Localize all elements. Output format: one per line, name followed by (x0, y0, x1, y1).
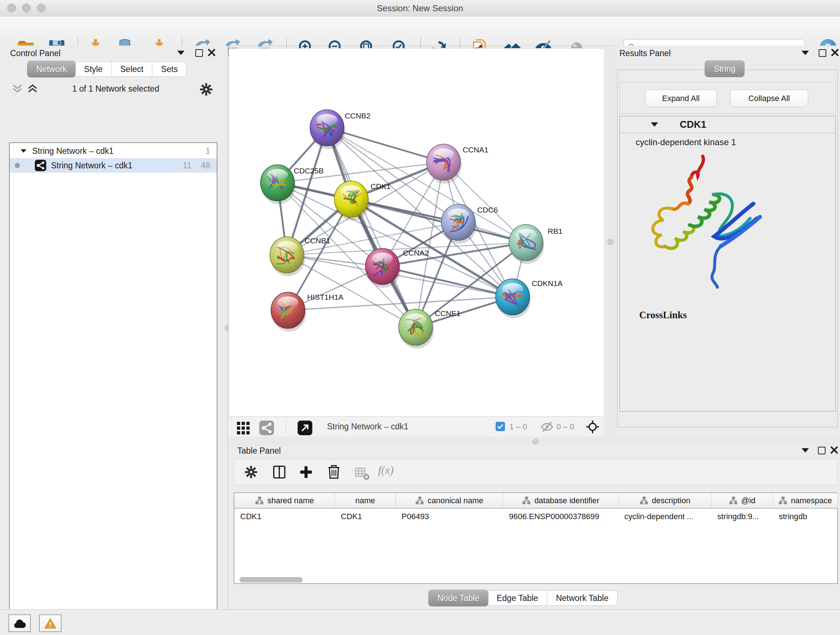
results-panel-close-icon[interactable] (831, 49, 839, 57)
network-node-CCNA2[interactable]: CCNA2 (365, 249, 429, 288)
selected-checkbox[interactable] (496, 422, 505, 431)
network-node-CDKN1A[interactable]: CDKN1A (496, 279, 562, 318)
column-header-name[interactable]: name (335, 493, 396, 509)
collapse-all-chevron-icon[interactable] (11, 84, 23, 93)
table-cell[interactable]: P06493 (396, 509, 503, 524)
expand-all-button[interactable]: Expand All (645, 90, 717, 107)
hidden-eye-icon[interactable] (540, 421, 554, 433)
network-node-CDC6[interactable]: CDC6 (441, 204, 498, 244)
table-cell[interactable]: cyclin-dependent ... (619, 509, 712, 524)
table-splitter-handle[interactable] (532, 439, 538, 445)
delete-column-icon[interactable] (325, 463, 342, 480)
control-panel-float-icon[interactable] (195, 49, 203, 57)
results-panel-title: Results Panel (619, 49, 671, 58)
network-node-RB1[interactable]: RB1 (509, 225, 562, 264)
column-type-icon (255, 496, 264, 505)
column-header-label: shared name (267, 496, 314, 505)
horizontal-scrollbar-thumb[interactable] (240, 577, 303, 583)
column-type-icon (522, 496, 531, 505)
control-panel-collapse-icon[interactable] (177, 51, 185, 55)
tab-string[interactable]: String (705, 60, 745, 77)
network-graph[interactable]: CCNB2CCNA1CDC25BCDK1CDC6RB1CCNB1CCNA2CDK… (229, 49, 604, 417)
column-header-database-identifier[interactable]: database identifier (503, 493, 619, 509)
tab-sets[interactable]: Sets (152, 62, 187, 77)
window-title: Session: New Session (0, 3, 840, 13)
toolbar-divider (286, 419, 286, 434)
tab-network[interactable]: Network (27, 61, 76, 78)
tab-node-table[interactable]: Node Table (428, 590, 488, 606)
cloud-icon (13, 618, 26, 629)
gene-section: CDK1 cyclin-dependent kinase 1 CrossLink… (619, 116, 836, 412)
gene-section-header[interactable]: CDK1 (620, 116, 835, 133)
collapse-all-button[interactable]: Collapse All (730, 90, 808, 107)
network-node-CCNA1[interactable]: CCNA1 (426, 144, 488, 184)
gene-expander-icon[interactable] (651, 122, 658, 127)
table-gear-icon[interactable] (243, 464, 259, 480)
open-in-window-icon[interactable] (297, 420, 313, 436)
string-app-icon (34, 159, 47, 172)
birdseye-grid-icon[interactable] (237, 421, 251, 434)
table-panel-collapse-icon[interactable] (802, 448, 809, 453)
column-header-canonical-name[interactable]: canonical name (396, 493, 503, 509)
delete-table-icon[interactable] (354, 466, 370, 480)
network-row-selected[interactable]: String Network – cdk1 11 48 (10, 158, 217, 173)
gene-description: cyclin-dependent kinase 1 (636, 137, 736, 147)
column-header-label: canonical name (428, 496, 483, 505)
tab-style[interactable]: Style (75, 62, 111, 77)
network-options-gear-icon[interactable] (198, 81, 214, 97)
control-panel-title: Control Panel (10, 49, 60, 58)
tab-select[interactable]: Select (112, 62, 153, 77)
network-node-HIST1H1A[interactable]: HIST1H1A (271, 292, 343, 332)
column-type-icon (415, 496, 424, 505)
show-columns-icon[interactable] (271, 464, 287, 480)
table-panel-title: Table Panel (237, 446, 281, 456)
node-label-CDK1: CDK1 (370, 182, 391, 190)
function-builder-icon[interactable]: f(x) (378, 464, 393, 477)
tab-network-table[interactable]: Network Table (547, 591, 617, 606)
fit-crosshair-icon[interactable] (585, 419, 600, 434)
column-header-label: @id (741, 496, 755, 505)
network-node-CCNE1[interactable]: CCNE1 (399, 309, 461, 348)
main-toolbar: ? (0, 17, 840, 46)
string-panel-icon[interactable] (259, 420, 275, 436)
table-panel-float-icon[interactable] (818, 447, 826, 454)
column-header-shared-name[interactable]: shared name (234, 493, 335, 509)
tree-expander-icon[interactable] (21, 149, 27, 153)
network-canvas[interactable]: CCNB2CCNA1CDC25BCDK1CDC6RB1CCNB1CCNA2CDK… (229, 48, 604, 417)
table-cell[interactable]: stringdb:9... (712, 509, 773, 524)
network-status-dot (15, 163, 20, 168)
column-type-icon (778, 496, 787, 505)
results-splitter-handle[interactable] (607, 239, 614, 245)
column-header-@id[interactable]: @id (712, 493, 773, 509)
node-table: shared namenamecanonical namedatabase id… (234, 492, 838, 584)
column-header-description[interactable]: description (619, 493, 712, 509)
table-panel-close-icon[interactable] (830, 446, 838, 454)
column-header-namespace[interactable]: namespace (773, 493, 838, 509)
network-view-title: String Network – cdk1 (327, 422, 409, 432)
results-panel-collapse-icon[interactable] (802, 51, 809, 55)
warning-button[interactable] (39, 614, 62, 632)
control-panel-close-icon[interactable] (208, 49, 216, 57)
network-node-CCNB2[interactable]: CCNB2 (310, 110, 370, 149)
edge-CCNA2-CDKN1A[interactable] (382, 266, 513, 297)
results-panel-float-icon[interactable] (819, 49, 826, 57)
table-cell[interactable]: 9606.ENSP00000378699 (503, 509, 619, 524)
network-node-CDK1[interactable]: CDK1 (334, 181, 391, 220)
network-collection-row[interactable]: String Network – cdk1 1 (10, 144, 217, 158)
network-view-toolbar: String Network – cdk1 1 – 0 0 – 0 (229, 416, 603, 437)
expand-all-chevron-icon[interactable] (27, 84, 38, 93)
table-cell[interactable]: CDK1 (335, 509, 396, 524)
collection-count: 1 (205, 146, 210, 156)
control-panel-tabs: NetworkStyleSelectSets (27, 62, 187, 77)
selected-counter: 1 – 0 (509, 422, 527, 432)
tab-edge-table[interactable]: Edge Table (488, 591, 547, 606)
status-bar: Memory (0, 609, 840, 635)
node-label-CCNB2: CCNB2 (345, 111, 370, 120)
results-tabs: String (705, 61, 744, 76)
node-label-CCNE1: CCNE1 (435, 309, 461, 318)
cloud-button[interactable] (8, 614, 31, 632)
node-count: 11 (183, 161, 192, 171)
table-cell[interactable]: stringdb (773, 509, 838, 524)
add-column-icon[interactable] (298, 464, 314, 480)
table-cell[interactable]: CDK1 (234, 509, 335, 524)
